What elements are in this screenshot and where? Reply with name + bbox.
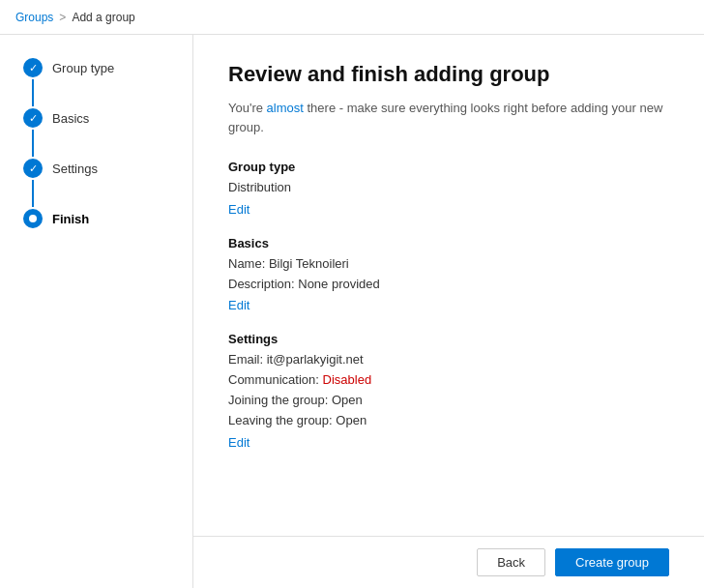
step-line-3 <box>32 180 34 207</box>
footer-area: Back Create group <box>193 536 704 588</box>
step-settings: ✓ Settings <box>23 159 192 209</box>
step-connector-group-type: ✓ <box>23 58 43 108</box>
step-line-2 <box>32 130 34 157</box>
basics-section: Basics Name: Bilgi Teknoileri Descriptio… <box>228 236 669 313</box>
settings-edit-link[interactable]: Edit <box>228 435 249 450</box>
disabled-text: Disabled <box>323 372 372 387</box>
step-circle-basics: ✓ <box>23 108 43 128</box>
dot-icon-finish <box>29 215 37 222</box>
check-icon-group-type: ✓ <box>29 63 38 74</box>
breadcrumb-groups-link[interactable]: Groups <box>15 11 53 24</box>
settings-leaving-line: Leaving the group: Open <box>228 411 669 431</box>
group-type-section: Group type Distribution Edit <box>228 160 669 217</box>
group-type-edit-link[interactable]: Edit <box>228 202 249 217</box>
create-group-button[interactable]: Create group <box>555 548 669 576</box>
right-panel: Review and finish adding group You're al… <box>193 35 704 588</box>
main-layout: ✓ Group type ✓ Basics ✓ <box>0 35 704 588</box>
group-type-section-title: Group type <box>228 160 669 174</box>
group-type-line-0: Distribution <box>228 178 669 198</box>
sidebar-stepper: ✓ Group type ✓ Basics ✓ <box>0 35 193 588</box>
page-title: Review and finish adding group <box>228 62 669 87</box>
step-circle-settings: ✓ <box>23 159 43 178</box>
step-finish: Finish <box>23 209 192 229</box>
basics-name-line: Name: Bilgi Teknoileri <box>228 254 669 275</box>
breadcrumb-separator: > <box>59 11 66 24</box>
settings-communication-line: Communication: Disabled <box>228 370 669 391</box>
step-group-type: ✓ Group type <box>23 58 192 108</box>
breadcrumb-current: Add a group <box>72 11 134 24</box>
step-connector-basics: ✓ <box>23 108 43 159</box>
back-button[interactable]: Back <box>477 548 545 576</box>
step-circle-group-type: ✓ <box>23 58 43 77</box>
basics-description-line: Description: None provided <box>228 275 669 295</box>
subtitle: You're almost there - make sure everythi… <box>228 99 669 136</box>
breadcrumb-bar: Groups > Add a group <box>0 0 704 35</box>
step-label-group-type: Group type <box>52 58 114 78</box>
settings-email-line: Email: it@parlakyigit.net <box>228 350 669 370</box>
settings-joining-line: Joining the group: Open <box>228 391 669 411</box>
settings-section: Settings Email: it@parlakyigit.net Commu… <box>228 332 669 449</box>
check-icon-basics: ✓ <box>29 113 38 124</box>
step-circle-finish <box>23 209 43 228</box>
check-icon-settings: ✓ <box>29 163 38 174</box>
step-label-basics: Basics <box>52 108 89 129</box>
step-label-finish: Finish <box>52 209 89 229</box>
step-label-settings: Settings <box>52 159 98 179</box>
step-basics: ✓ Basics <box>23 108 192 159</box>
step-line-1 <box>32 79 34 106</box>
subtitle-highlight: almost <box>267 101 304 115</box>
step-connector-finish <box>23 209 43 228</box>
basics-edit-link[interactable]: Edit <box>228 298 249 312</box>
content-area: Review and finish adding group You're al… <box>193 35 704 536</box>
basics-section-title: Basics <box>228 236 669 250</box>
step-connector-settings: ✓ <box>23 159 43 209</box>
settings-section-title: Settings <box>228 332 669 346</box>
subtitle-part1: You're <box>228 101 267 115</box>
